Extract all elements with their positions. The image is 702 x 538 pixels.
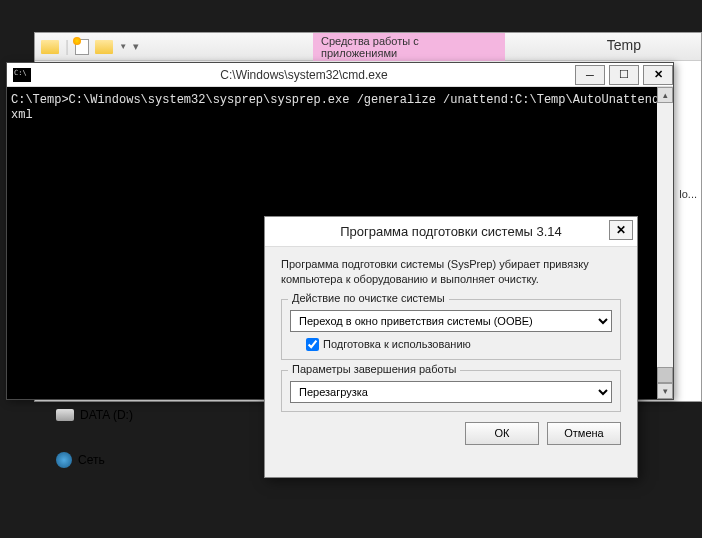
maximize-button[interactable]: ☐ xyxy=(609,65,639,85)
tree-item-network[interactable]: Сеть xyxy=(56,448,133,472)
folder-dropdown-icon[interactable] xyxy=(95,40,113,54)
ok-button[interactable]: ОК xyxy=(465,422,539,445)
cleanup-group: Действие по очистке системы Переход в ок… xyxy=(281,299,621,360)
toolbar-separator: | xyxy=(65,38,69,56)
folder-icon[interactable] xyxy=(41,40,59,54)
explorer-toolbar: | ▼ ▾ Средства работы с приложениями Tem… xyxy=(35,33,701,61)
truncated-label: lo... xyxy=(679,188,697,200)
scroll-thumb[interactable] xyxy=(657,367,673,383)
tree-item-data-drive[interactable]: DATA (D:) xyxy=(56,404,133,426)
sysprep-titlebar[interactable]: Программа подготовки системы 3.14 ✕ xyxy=(265,217,637,247)
cmd-output: C:\Temp>C:\Windows\system32\sysprep\sysp… xyxy=(11,93,669,123)
generalize-checkbox[interactable] xyxy=(306,338,319,351)
minimize-button[interactable]: ─ xyxy=(575,65,605,85)
sysprep-title: Программа подготовки системы 3.14 xyxy=(340,224,562,239)
sysprep-dialog: Программа подготовки системы 3.14 ✕ Прог… xyxy=(264,216,638,478)
shutdown-label: Параметры завершения работы xyxy=(288,363,460,375)
tree-item-label: Сеть xyxy=(78,453,105,467)
tree-item-label: DATA (D:) xyxy=(80,408,133,422)
generalize-label: Подготовка к использованию xyxy=(323,338,471,350)
explorer-title: Temp xyxy=(607,37,641,53)
close-button[interactable]: ✕ xyxy=(609,220,633,240)
scroll-up-button[interactable]: ▴ xyxy=(657,87,673,103)
close-button[interactable]: ✕ xyxy=(643,65,673,85)
network-icon xyxy=(56,452,72,468)
cleanup-select[interactable]: Переход в окно приветствия системы (OOBE… xyxy=(290,310,612,332)
cmd-titlebar[interactable]: C:\Windows\system32\cmd.exe ─ ☐ ✕ xyxy=(7,63,673,87)
cmd-title: C:\Windows\system32\cmd.exe xyxy=(37,68,571,82)
new-file-icon[interactable] xyxy=(75,39,89,55)
cmd-icon xyxy=(13,68,31,82)
toolbar-overflow[interactable]: ▾ xyxy=(133,40,139,53)
shutdown-select[interactable]: Перезагрузка xyxy=(290,381,612,403)
generalize-checkbox-row[interactable]: Подготовка к использованию xyxy=(290,338,612,351)
cmd-scrollbar[interactable]: ▴ ▾ xyxy=(657,87,673,399)
sysprep-description: Программа подготовки системы (SysPrep) у… xyxy=(281,257,621,287)
shutdown-group: Параметры завершения работы Перезагрузка xyxy=(281,370,621,412)
scroll-down-button[interactable]: ▾ xyxy=(657,383,673,399)
explorer-tree: DATA (D:) Сеть xyxy=(56,404,133,494)
cleanup-label: Действие по очистке системы xyxy=(288,292,449,304)
disk-icon xyxy=(56,409,74,421)
chevron-down-icon[interactable]: ▼ xyxy=(119,42,127,51)
ribbon-contextual-tab[interactable]: Средства работы с приложениями xyxy=(313,33,505,61)
cancel-button[interactable]: Отмена xyxy=(547,422,621,445)
